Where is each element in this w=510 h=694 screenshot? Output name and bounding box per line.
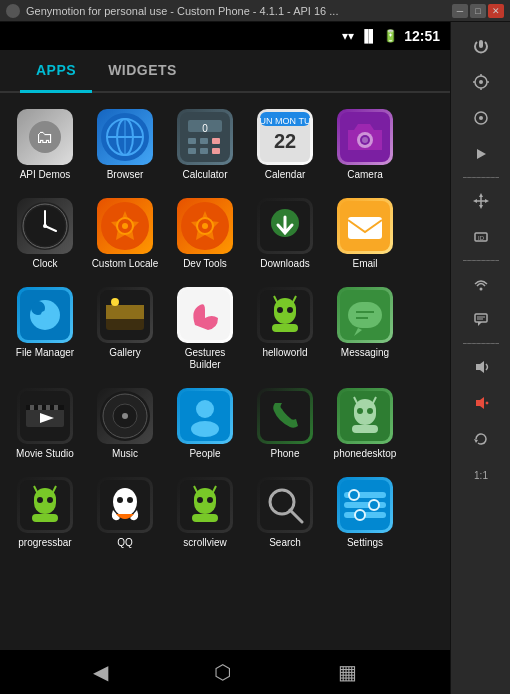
- app-icon-messaging: [337, 287, 393, 343]
- app-label-calendar: Calendar: [265, 169, 306, 181]
- minimize-button[interactable]: ─: [452, 4, 468, 18]
- app-item-helloworld[interactable]: helloworld: [245, 281, 325, 377]
- svg-marker-125: [473, 199, 477, 203]
- grid-row-3: File Manager Gallery Gestures Builder: [5, 281, 445, 377]
- app-item-messaging[interactable]: Messaging: [325, 281, 405, 377]
- app-label-music: Music: [112, 448, 138, 460]
- zoom-button[interactable]: 1:1: [461, 459, 501, 491]
- tab-widgets[interactable]: WIDGETS: [92, 50, 193, 91]
- grid-row-5: progressbar QQ scrollview: [5, 471, 445, 555]
- svg-point-93: [127, 497, 133, 503]
- media-button[interactable]: [461, 138, 501, 170]
- home-button[interactable]: ⬡: [208, 654, 237, 690]
- app-icon-music: [97, 388, 153, 444]
- app-item-browser[interactable]: Browser: [85, 103, 165, 187]
- svg-point-29: [43, 224, 47, 228]
- app-item-downloads[interactable]: Downloads: [245, 192, 325, 276]
- svg-rect-64: [38, 405, 42, 410]
- app-item-progressbar[interactable]: progressbar: [5, 471, 85, 555]
- svg-rect-65: [46, 405, 50, 410]
- tab-apps[interactable]: APPS: [20, 50, 92, 93]
- battery-icon: 🔋: [383, 29, 398, 43]
- gps-button[interactable]: [461, 66, 501, 98]
- app-item-scrollview[interactable]: scrollview: [165, 471, 245, 555]
- message-sidebar-button[interactable]: [461, 304, 501, 336]
- nav-bar: ◀ ⬡ ▦: [0, 650, 450, 694]
- app-item-music[interactable]: Music: [85, 382, 165, 466]
- volume-down-button[interactable]: [461, 387, 501, 419]
- app-icon-clock: [17, 198, 73, 254]
- app-icon-progressbar: [17, 477, 73, 533]
- app-item-movie-studio[interactable]: Movie Studio: [5, 382, 85, 466]
- app-icon-helloworld: [257, 287, 313, 343]
- svg-point-78: [357, 408, 363, 414]
- app-item-people[interactable]: People: [165, 382, 245, 466]
- app-icon-email: [337, 198, 393, 254]
- app-icon-browser: [97, 109, 153, 165]
- app-item-calendar[interactable]: SUN MON TUE22 Calendar: [245, 103, 325, 187]
- signal-icon: ▐▌: [360, 29, 377, 43]
- app-item-calculator[interactable]: 0 Calculator: [165, 103, 245, 187]
- svg-point-23: [362, 137, 368, 143]
- camera-sidebar-button[interactable]: [461, 102, 501, 134]
- close-button[interactable]: ✕: [488, 4, 504, 18]
- app-icon-camera: [337, 109, 393, 165]
- app-item-gallery[interactable]: Gallery: [85, 281, 165, 377]
- svg-point-110: [355, 510, 365, 520]
- app-icon-file-manager: [17, 287, 73, 343]
- grid-row-4: Movie Studio Music People: [5, 382, 445, 466]
- app-item-camera[interactable]: Camera: [325, 103, 405, 187]
- restore-button[interactable]: □: [470, 4, 486, 18]
- app-label-scrollview: scrollview: [183, 537, 226, 549]
- app-label-camera: Camera: [347, 169, 383, 181]
- app-icon-calendar: SUN MON TUE22: [257, 109, 313, 165]
- app-icon-phonedesktop: [337, 388, 393, 444]
- app-label-helloworld: helloworld: [262, 347, 307, 359]
- svg-text:1:1: 1:1: [474, 470, 488, 481]
- svg-marker-138: [474, 439, 478, 443]
- app-item-clock[interactable]: Clock: [5, 192, 85, 276]
- app-item-api-demos[interactable]: 🗂 API Demos: [5, 103, 85, 187]
- app-icon-gallery: [97, 287, 153, 343]
- svg-point-85: [37, 497, 43, 503]
- app-label-api-demos: API Demos: [20, 169, 71, 181]
- app-icon-people: [177, 388, 233, 444]
- volume-up-button[interactable]: [461, 351, 501, 383]
- svg-text:0: 0: [202, 123, 208, 134]
- app-item-custom-locale[interactable]: Custom Locale: [85, 192, 165, 276]
- app-item-search[interactable]: Search: [245, 471, 325, 555]
- network-button[interactable]: [461, 268, 501, 300]
- app-item-phone[interactable]: Phone: [245, 382, 325, 466]
- window-controls: ─ □ ✕: [452, 4, 504, 18]
- svg-point-74: [191, 421, 219, 437]
- svg-text:22: 22: [274, 130, 296, 152]
- app-item-settings[interactable]: Settings: [325, 471, 405, 555]
- app-item-email[interactable]: Email: [325, 192, 405, 276]
- grid-row-2: Clock Custom Locale Dev Tools: [5, 192, 445, 276]
- recents-button[interactable]: ▦: [332, 654, 363, 690]
- app-icon-qq: [97, 477, 153, 533]
- app-icon-scrollview: [177, 477, 233, 533]
- app-label-movie-studio: Movie Studio: [16, 448, 74, 460]
- move-button[interactable]: [461, 185, 501, 217]
- power-button[interactable]: [461, 30, 501, 62]
- sidebar-divider-1: [463, 177, 499, 178]
- svg-text:SUN MON TUE: SUN MON TUE: [260, 116, 310, 126]
- status-time: 12:51: [404, 28, 440, 44]
- app-item-qq[interactable]: QQ: [85, 471, 165, 555]
- svg-point-109: [369, 500, 379, 510]
- app-item-dev-tools[interactable]: Dev Tools: [165, 192, 245, 276]
- phone-screen: ▾▾ ▐▌ 🔋 12:51 APPS WIDGETS 🗂 A: [0, 22, 450, 694]
- svg-rect-54: [272, 324, 298, 332]
- app-item-gestures-builder[interactable]: Gestures Builder: [165, 281, 245, 377]
- app-label-messaging: Messaging: [341, 347, 389, 359]
- rotate-button[interactable]: [461, 423, 501, 455]
- app-item-phonedesktop[interactable]: phonedesktop: [325, 382, 405, 466]
- app-item-file-manager[interactable]: File Manager: [5, 281, 85, 377]
- sidebar-divider-2: [463, 260, 499, 261]
- svg-point-96: [197, 497, 203, 503]
- id-button[interactable]: ID: [461, 221, 501, 253]
- back-button[interactable]: ◀: [87, 654, 114, 690]
- svg-point-86: [47, 497, 53, 503]
- svg-marker-131: [478, 322, 482, 326]
